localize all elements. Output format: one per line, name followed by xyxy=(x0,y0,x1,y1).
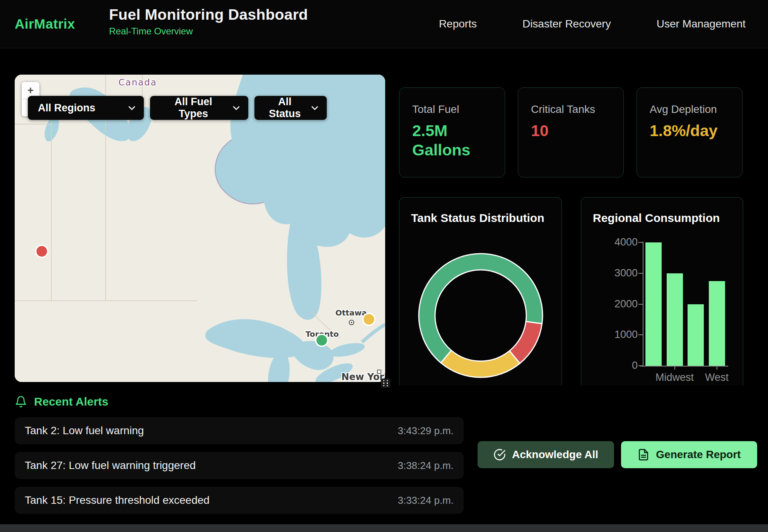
donut-segment-yellow xyxy=(441,350,520,377)
acknowledge-all-label: Acknowledge All xyxy=(512,448,598,461)
tank-status-donut-chart xyxy=(399,198,562,385)
map-panel[interactable]: CanadaOttawaTorontoNew York + − All Regi… xyxy=(15,75,385,382)
alerts-header: Recent Alerts xyxy=(15,395,108,408)
bar-1 xyxy=(645,242,662,366)
x-axis-tick-label: West xyxy=(690,372,744,384)
bar-west xyxy=(709,281,725,366)
map-grip-icon[interactable] xyxy=(381,379,390,388)
page-title: Fuel Monitoring Dashboard xyxy=(109,6,308,23)
stat-value: 1.8%/day xyxy=(650,121,715,140)
generate-report-label: Generate Report xyxy=(656,448,741,461)
stat-card-avg-depletion: Avg Depletion1.8%/day xyxy=(637,87,742,177)
chevron-down-icon xyxy=(128,106,135,110)
stat-label: Total Fuel xyxy=(412,103,497,116)
tank-marker-normal[interactable] xyxy=(316,334,328,346)
header: AirMatrix Fuel Monitoring Dashboard Real… xyxy=(0,0,768,48)
stat-value: 10 xyxy=(531,121,597,140)
tank-marker-warning[interactable] xyxy=(363,314,375,326)
map-label-canada: Canada xyxy=(118,77,157,87)
alert-text: Tank 2: Low fuel warning xyxy=(25,425,144,437)
y-axis-line xyxy=(643,242,643,367)
regional-consumption-bar-chart: 01000200030004000MidwestWest xyxy=(581,198,743,385)
check-circle-icon xyxy=(493,448,506,461)
bell-icon xyxy=(15,396,27,408)
x-axis-tick xyxy=(674,367,675,370)
y-axis-tick-label: 0 xyxy=(587,360,638,372)
x-axis-line xyxy=(640,366,728,367)
y-axis-tick-label: 3000 xyxy=(587,267,638,279)
alert-time: 3:33:24 p.m. xyxy=(398,494,454,506)
town-dot-center xyxy=(351,322,352,323)
stat-card-row: Total Fuel2.5M GallonsCritical Tanks10Av… xyxy=(399,87,742,177)
brand-logo[interactable]: AirMatrix xyxy=(15,16,75,32)
chevron-down-icon xyxy=(311,106,318,110)
map-viewport[interactable]: CanadaOttawaTorontoNew York xyxy=(15,75,385,382)
filter-all-status[interactable]: All Status xyxy=(254,96,327,120)
town-square-icon xyxy=(377,370,381,373)
tank-status-card: Tank Status Distribution xyxy=(399,197,562,385)
alert-row[interactable]: Tank 27: Low fuel warning triggered3:38:… xyxy=(15,452,464,479)
y-axis-tick-label: 4000 xyxy=(587,236,638,248)
alert-time: 3:38:24 p.m. xyxy=(398,460,454,472)
x-axis-tick xyxy=(717,367,717,370)
chevron-down-icon xyxy=(233,106,240,110)
regional-consumption-card: Regional Consumption 01000200030004000Mi… xyxy=(581,197,743,385)
filter-label: All Status xyxy=(265,96,305,120)
alert-text: Tank 15: Pressure threshold exceeded xyxy=(25,494,210,506)
y-axis-tick xyxy=(638,365,643,366)
stat-label: Critical Tanks xyxy=(531,103,616,116)
tank-marker-critical[interactable] xyxy=(36,246,48,257)
alerts-title: Recent Alerts xyxy=(34,395,108,408)
stat-label: Avg Depletion xyxy=(650,103,734,116)
filter-label: All Regions xyxy=(38,102,96,114)
acknowledge-all-button[interactable]: Acknowledge All xyxy=(478,441,614,468)
y-axis-tick-label: 1000 xyxy=(587,329,638,341)
nav-reports[interactable]: Reports xyxy=(439,18,477,30)
y-axis-tick xyxy=(638,304,643,305)
map-label-ottawa: Ottawa xyxy=(335,308,367,317)
map-canvas[interactable]: CanadaOttawaTorontoNew York xyxy=(15,75,385,382)
chart-row: Tank Status Distribution Regional Consum… xyxy=(399,197,743,385)
title-block: Fuel Monitoring Dashboard Real-Time Over… xyxy=(109,6,308,37)
stat-card-total-fuel: Total Fuel2.5M Gallons xyxy=(399,87,505,177)
y-axis-tick xyxy=(638,242,643,243)
alert-row[interactable]: Tank 15: Pressure threshold exceeded3:33… xyxy=(15,487,464,514)
bar-3 xyxy=(688,304,704,366)
stat-card-critical-tanks: Critical Tanks10 xyxy=(518,87,624,177)
bottom-strip xyxy=(0,524,768,532)
y-axis-tick xyxy=(638,273,643,274)
alert-text: Tank 27: Low fuel warning triggered xyxy=(25,459,196,472)
stat-value: 2.5M Gallons xyxy=(412,121,478,160)
y-axis-tick xyxy=(638,334,643,335)
alert-time: 3:43:29 p.m. xyxy=(398,425,454,437)
map-filter-bar: All RegionsAll Fuel TypesAll Status xyxy=(28,96,327,120)
y-axis-tick-label: 2000 xyxy=(587,298,638,310)
nav-user-management[interactable]: User Management xyxy=(657,18,746,30)
generate-report-button[interactable]: Generate Report xyxy=(621,441,757,468)
document-icon xyxy=(637,448,650,461)
alert-row[interactable]: Tank 2: Low fuel warning3:43:29 p.m. xyxy=(15,417,464,444)
filter-all-regions[interactable]: All Regions xyxy=(28,96,144,120)
filter-label: All Fuel Types xyxy=(160,96,227,120)
page-subtitle: Real-Time Overview xyxy=(109,26,308,37)
filter-all-fuel-types[interactable]: All Fuel Types xyxy=(150,96,248,120)
main-nav: ReportsDisaster RecoveryUser Management xyxy=(439,0,746,48)
nav-disaster-recovery[interactable]: Disaster Recovery xyxy=(522,18,611,30)
bar-midwest xyxy=(667,273,683,366)
dashboard-root: AirMatrix Fuel Monitoring Dashboard Real… xyxy=(0,0,768,532)
